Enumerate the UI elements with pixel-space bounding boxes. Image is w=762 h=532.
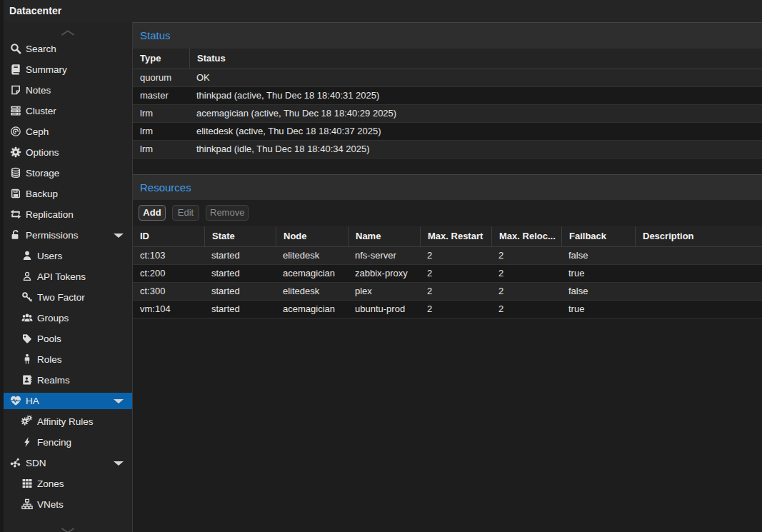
resources-table-body: ct:103startedelitedesknfs-server22falsec…: [133, 247, 762, 318]
column-header-description[interactable]: Description: [635, 226, 762, 246]
column-header-type[interactable]: Type: [133, 49, 189, 69]
cell: plex: [348, 283, 420, 300]
floppy-icon: [10, 188, 21, 199]
cell: started: [204, 265, 276, 282]
sidebar-item-groups[interactable]: Groups: [4, 308, 132, 328]
cell: lrm: [133, 123, 189, 140]
database-icon: [10, 167, 21, 179]
status-table-header: TypeStatus: [133, 49, 762, 69]
sidebar-item-label: Pools: [37, 328, 61, 349]
proxmox-datacenter-screen: Datacenter SearchSummaryNotesClusterCeph…: [0, 0, 762, 532]
sidebar-item-label: Options: [26, 142, 59, 163]
column-header-node[interactable]: Node: [276, 226, 348, 246]
resources-table-header: IDStateNodeNameMax. RestartMax. Reloc...…: [133, 226, 762, 247]
sidebar-item-two-factor[interactable]: Two Factor: [4, 287, 132, 308]
sidebar-item-label: Two Factor: [37, 287, 85, 308]
sidebar-item-label: Roles: [37, 349, 62, 370]
column-header-max-restart[interactable]: Max. Restart: [420, 226, 491, 246]
sidebar-item-affinity-rules[interactable]: Affinity Rules: [4, 411, 132, 432]
column-header-max-reloc[interactable]: Max. Reloc...: [491, 226, 561, 246]
cell: lrm: [133, 105, 189, 122]
edit-button[interactable]: Edit: [172, 205, 199, 221]
users-icon: [21, 312, 33, 323]
cell: nfs-server: [348, 247, 420, 264]
column-header-state[interactable]: State: [204, 226, 276, 246]
sidebar-item-label: Zones: [37, 473, 64, 494]
cell: started: [204, 301, 276, 318]
table-row[interactable]: lrmthinkpad (idle, Thu Dec 18 18:40:34 2…: [133, 141, 762, 159]
sidebar-item-sdn[interactable]: SDN: [4, 453, 132, 473]
add-button[interactable]: Add: [139, 205, 166, 221]
unlock-icon: [10, 229, 21, 241]
sidebar-item-realms[interactable]: Realms: [4, 370, 132, 391]
table-row[interactable]: lrmelitedesk (active, Thu Dec 18 18:40:3…: [133, 123, 762, 141]
sidebar-item-label: API Tokens: [37, 266, 86, 287]
sidebar-item-search[interactable]: Search: [4, 39, 132, 59]
cell: [635, 301, 762, 318]
sidebar-item-api-tokens[interactable]: API Tokens: [4, 266, 132, 287]
sidebar-item-storage[interactable]: Storage: [4, 163, 132, 184]
sidebar-item-vnets[interactable]: VNets: [4, 494, 132, 515]
cell: true: [561, 265, 635, 282]
chevron-up-icon: [61, 30, 75, 36]
sidebar-item-label: Permissions: [26, 225, 79, 246]
column-header-status[interactable]: Status: [189, 49, 762, 69]
column-header-id[interactable]: ID: [133, 226, 204, 246]
cell: ct:200: [133, 265, 204, 282]
sidebar-item-options[interactable]: Options: [4, 142, 132, 163]
sidebar-item-fencing[interactable]: Fencing: [4, 432, 132, 453]
cell: ct:103: [133, 247, 204, 264]
cell: master: [133, 87, 189, 104]
sidebar-item-notes[interactable]: Notes: [4, 80, 132, 101]
cell: quorum: [133, 69, 189, 86]
retweet-icon: [10, 209, 21, 220]
address-book-icon: [21, 374, 33, 386]
cogs-icon: [21, 416, 33, 427]
sidebar-item-replication[interactable]: Replication: [4, 204, 132, 225]
cell: 2: [420, 283, 491, 300]
table-row[interactable]: ct:300startedelitedeskplex22false: [133, 283, 762, 301]
column-header-name[interactable]: Name: [348, 226, 420, 246]
table-row[interactable]: lrmacemagician (active, Thu Dec 18 18:40…: [133, 105, 762, 123]
sidebar-item-label: SDN: [26, 453, 46, 473]
sidebar-item-pools[interactable]: Pools: [4, 328, 132, 349]
table-row[interactable]: vm:104startedacemagicianubuntu-prod22tru…: [133, 301, 762, 318]
table-row[interactable]: ct:200startedacemagicianzabbix-proxy22tr…: [133, 265, 762, 283]
cell: acemagician (active, Thu Dec 18 18:40:29…: [189, 105, 762, 122]
sidebar-item-label: Backup: [26, 184, 58, 204]
chevron-down-icon: [114, 234, 124, 238]
sidebar-item-zones[interactable]: Zones: [4, 473, 132, 494]
table-row[interactable]: ct:103startedelitedesknfs-server22false: [133, 247, 762, 265]
topbar: Datacenter: [4, 0, 762, 22]
sidebar-item-backup[interactable]: Backup: [4, 184, 132, 204]
cell: 2: [420, 265, 491, 282]
cell: zabbix-proxy: [348, 265, 420, 282]
resources-toolbar: AddEditRemove: [133, 200, 762, 226]
remove-button[interactable]: Remove: [206, 205, 249, 221]
column-header-failback[interactable]: Failback: [561, 226, 635, 246]
sidebar-item-label: Notes: [26, 80, 51, 101]
sidebar-item-ha[interactable]: HA: [4, 393, 132, 409]
cell: 2: [491, 265, 561, 282]
sidebar-menu: SearchSummaryNotesClusterCephOptionsStor…: [4, 22, 133, 532]
sidebar-item-summary[interactable]: Summary: [4, 59, 132, 80]
resources-panel-title: Resources: [140, 175, 191, 201]
nav-scroll-down[interactable]: [4, 525, 132, 532]
sitemap-icon: [21, 498, 33, 510]
sidebar-item-permissions[interactable]: Permissions: [4, 225, 132, 246]
sidebar-item-ceph[interactable]: Ceph: [4, 121, 132, 142]
sidebar-item-label: Replication: [26, 204, 74, 225]
cell: thinkpad (idle, Thu Dec 18 18:40:34 2025…: [189, 141, 762, 158]
table-row[interactable]: masterthinkpad (active, Thu Dec 18 18:40…: [133, 87, 762, 105]
cell: vm:104: [133, 301, 204, 318]
table-row[interactable]: quorumOK: [133, 69, 762, 87]
sidebar-item-label: VNets: [37, 494, 64, 515]
nav-scroll-up[interactable]: [4, 22, 132, 38]
sidebar-item-label: Storage: [26, 163, 59, 184]
user-outline-icon: [21, 271, 33, 282]
status-panel-title: Status: [140, 23, 171, 49]
sidebar-item-roles[interactable]: Roles: [4, 349, 132, 370]
cell: true: [561, 301, 635, 318]
sidebar-item-users[interactable]: Users: [4, 246, 132, 266]
sidebar-item-cluster[interactable]: Cluster: [4, 101, 132, 121]
